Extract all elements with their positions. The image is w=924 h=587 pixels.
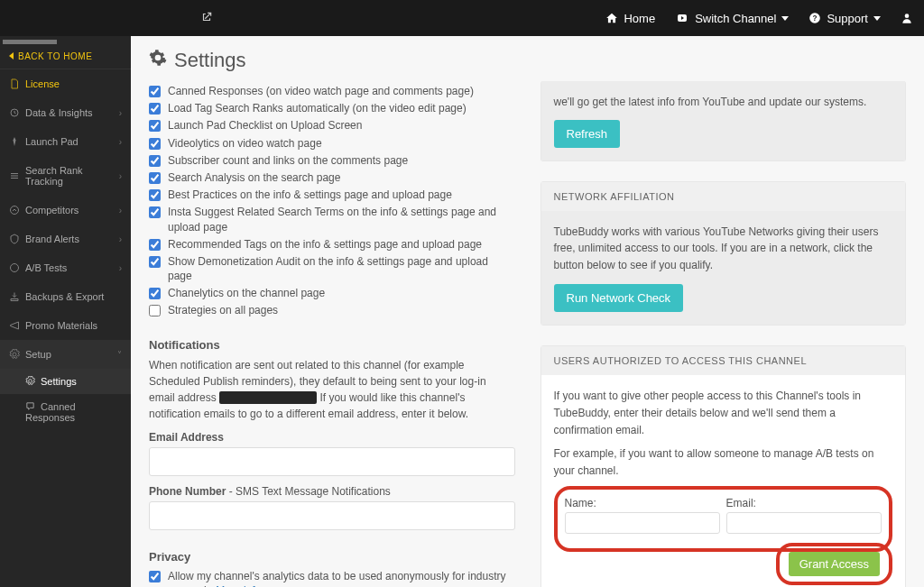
chevron-right-icon: ˅ — [117, 350, 122, 360]
gear-icon — [149, 49, 167, 72]
sidebar-item-backups-export[interactable]: Backups & Export — [0, 282, 131, 311]
sidebar-item-promo-materials[interactable]: Promo Materials — [0, 311, 131, 340]
feature-check-1[interactable] — [149, 103, 161, 115]
svg-rect-7 — [11, 178, 18, 179]
nav-icon — [9, 262, 20, 273]
nav-support[interactable]: ?Support — [808, 12, 881, 25]
sidebar-item-launch-pad[interactable]: Launch Pad› — [0, 127, 131, 156]
feature-check-11[interactable] — [149, 305, 161, 316]
feature-label: Show Demonetization Audit on the info & … — [168, 254, 515, 283]
email-label: Email Address — [149, 431, 515, 444]
svg-point-9 — [11, 264, 19, 272]
notifications-heading: Notifications — [149, 338, 515, 352]
nav-icon — [9, 205, 20, 216]
authorized-users-heading: USERS AUTHORIZED TO ACCESS THIS CHANNEL — [541, 346, 906, 375]
chevron-right-icon: › — [119, 206, 122, 216]
nav-icon — [9, 107, 20, 118]
redacted-email — [219, 391, 317, 404]
feature-check-5[interactable] — [149, 172, 161, 184]
feature-label: Chanelytics on the channel page — [168, 286, 325, 300]
phone-label: Phone Number - SMS Text Message Notifica… — [149, 485, 515, 498]
feature-check-10[interactable] — [149, 288, 161, 299]
svg-rect-0 — [678, 14, 687, 22]
feature-check-7[interactable] — [149, 206, 161, 218]
nav-icon — [9, 234, 20, 244]
sidebar-item-setup[interactable]: Setup˅ — [0, 340, 131, 369]
sidebar-sub-canned-responses[interactable]: Canned Responses — [0, 394, 131, 430]
svg-point-1 — [810, 13, 821, 23]
refresh-button[interactable]: Refresh — [554, 120, 621, 148]
authorized-users-panel: USERS AUTHORIZED TO ACCESS THIS CHANNEL … — [541, 345, 907, 587]
privacy-text: Allow my channel's analytics data to be … — [168, 569, 515, 587]
topbar: Home Switch Channel ?Support — [0, 0, 924, 36]
feature-check-0[interactable] — [149, 86, 161, 97]
svg-text:?: ? — [813, 14, 818, 23]
feature-label: Best Practices on the info & settings pa… — [168, 188, 452, 202]
highlight-button: Grant Access — [776, 543, 892, 585]
svg-point-4 — [11, 109, 18, 116]
check-row: Videolytics on video watch page — [149, 136, 515, 151]
nav-icon — [9, 320, 20, 331]
right-column: we'll go get the latest info from YouTub… — [541, 81, 907, 587]
chevron-right-icon: › — [119, 137, 122, 147]
chevron-down-icon — [781, 16, 789, 21]
sidebar-sub-settings[interactable]: Settings — [0, 369, 131, 394]
grant-name-input[interactable] — [565, 512, 720, 534]
sidebar-item-search-rank-tracking[interactable]: Search Rank Tracking› — [0, 156, 131, 196]
privacy-check[interactable] — [149, 571, 161, 582]
sidebar-item-brand-alerts[interactable]: Brand Alerts› — [0, 225, 131, 253]
grant-email-input[interactable] — [726, 512, 882, 534]
chevron-right-icon: › — [119, 263, 122, 273]
chevron-right-icon: › — [119, 108, 122, 118]
feature-check-8[interactable] — [149, 239, 161, 251]
nav-icon — [9, 170, 20, 181]
sidebar-item-data-insights[interactable]: Data & Insights› — [0, 98, 131, 127]
left-column: Canned Responses (on video watch page an… — [149, 81, 515, 587]
check-row: Launch Pad Checklist on Upload Screen — [149, 118, 515, 133]
check-row: Chanelytics on the channel page — [149, 286, 515, 300]
refresh-trail-text: we'll go get the latest info from YouTub… — [554, 94, 893, 111]
sidebar: BACK TO HOME LicenseData & Insights›Laun… — [0, 36, 131, 587]
auth-text-1: If you want to give other people access … — [554, 388, 893, 438]
name-label: Name: — [565, 497, 596, 509]
nav-icon — [9, 78, 20, 89]
run-network-check-button[interactable]: Run Network Check — [554, 284, 684, 312]
sidebar-item-license[interactable]: License — [0, 69, 131, 98]
triangle-left-icon — [9, 52, 14, 60]
back-to-home[interactable]: BACK TO HOME — [0, 44, 131, 69]
network-panel: NETWORK AFFILIATION TubeBuddy works with… — [541, 181, 907, 326]
sidebar-item-a-b-tests[interactable]: A/B Tests› — [0, 253, 131, 282]
check-row: Load Tag Search Ranks automatically (on … — [149, 101, 515, 115]
check-row: Best Practices on the info & settings pa… — [149, 188, 515, 202]
privacy-heading: Privacy — [149, 550, 515, 564]
chevron-down-icon — [873, 16, 881, 21]
nav-home[interactable]: Home — [605, 12, 655, 25]
network-text: TubeBuddy works with various YouTube Net… — [554, 224, 893, 274]
feature-label: Strategies on all pages — [168, 303, 278, 317]
notifications-text: When notification are sent out related t… — [149, 357, 515, 422]
svg-rect-6 — [11, 176, 18, 177]
popout-icon[interactable] — [200, 11, 213, 26]
feature-label: Insta Suggest Related Search Terms on th… — [168, 205, 515, 234]
email-input[interactable] — [149, 447, 515, 476]
check-row: Subscriber count and links on the commen… — [149, 153, 515, 168]
feature-check-3[interactable] — [149, 138, 161, 150]
grant-access-button[interactable]: Grant Access — [789, 552, 880, 576]
sidebar-item-competitors[interactable]: Competitors› — [0, 196, 131, 225]
page-title: Settings — [149, 49, 906, 72]
feature-label: Load Tag Search Ranks automatically (on … — [168, 101, 467, 115]
feature-label: Subscriber count and links on the commen… — [168, 153, 408, 168]
feature-check-2[interactable] — [149, 120, 161, 132]
nav-user[interactable] — [901, 12, 913, 24]
auth-text-2: For example, if you want to allow someon… — [554, 445, 893, 479]
phone-input[interactable] — [149, 501, 515, 530]
feature-check-9[interactable] — [149, 256, 161, 268]
nav-icon — [9, 291, 20, 302]
svg-point-3 — [905, 14, 910, 18]
nav-switch-channel[interactable]: Switch Channel — [675, 12, 789, 25]
email-label-grant: Email: — [726, 497, 756, 509]
chevron-right-icon: › — [119, 234, 122, 244]
feature-check-6[interactable] — [149, 189, 161, 201]
feature-check-4[interactable] — [149, 155, 161, 167]
check-row: Recommended Tags on the info & settings … — [149, 237, 515, 252]
